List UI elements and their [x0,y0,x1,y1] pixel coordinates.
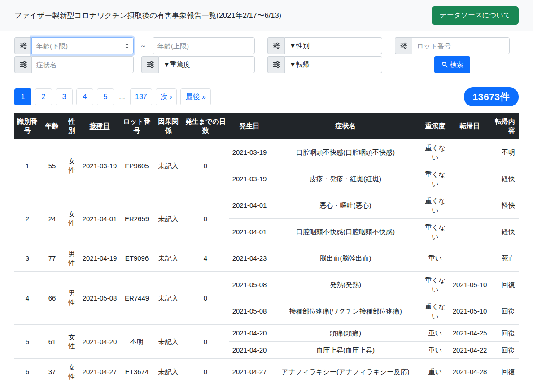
cell-severity: 重い [421,341,450,358]
pagination-page-2[interactable]: 2 [35,88,52,105]
age-min-input[interactable] [36,38,123,54]
cell-lot: ER7449 [119,271,154,324]
top-header-bar: ファイザー製新型コロナワクチン摂取後の有害事象報告一覧(2021年2/17〜6/… [0,0,533,31]
lot-number-group [395,37,510,54]
cell-name: 口腔咽頭不快感(口腔咽頭不快感) [270,218,421,245]
cell-outcome_date [450,245,490,271]
cell-name: 脳出血(脳幹出血) [270,245,421,271]
severity-select[interactable]: ▼重篤度 [158,56,255,73]
cell-lot: EP9605 [119,139,154,192]
symptom-group [14,56,134,73]
pagination-page-1[interactable]: 1 [14,88,31,105]
cell-days_to_onset: 0 [182,358,229,385]
cell-outcome: 回復 [490,324,519,341]
pagination-page-3[interactable]: 3 [56,88,73,105]
age-max-input[interactable] [153,37,255,54]
cell-vaccination_date: 2021-05-08 [80,271,119,324]
cell-gender: 男性 [64,245,80,271]
sliders-icon [395,37,412,54]
cell-onset_date: 2021-04-20 [229,341,270,358]
sliders-icon [141,56,158,73]
pagination-page-4[interactable]: 4 [76,88,93,105]
page-title: ファイザー製新型コロナワクチン摂取後の有害事象報告一覧(2021年2/17〜6/… [14,11,281,21]
sliders-icon [14,37,31,54]
lot-number-input[interactable] [412,37,510,54]
cell-outcome_date: 2021-04-25 [450,324,490,341]
cell-onset_date: 2021-04-20 [229,324,270,341]
sliders-icon [267,37,284,54]
cell-vaccination_date: 2021-04-19 [80,245,119,271]
stepper-up-icon[interactable] [125,43,129,45]
filter-row-2: ▼重篤度 ▼転帰 検索 [14,56,519,74]
cell-days_to_onset: 0 [182,271,229,324]
age-min-input-wrap[interactable] [31,37,134,54]
cell-outcome: 回復 [490,341,519,358]
cell-outcome: 死亡 [490,245,519,271]
cell-age: 77 [40,245,64,271]
column-header: 因果関係 [154,113,182,139]
cell-outcome_date [450,192,490,218]
pagination-bar: 12345...137次 ›最後 » 13673件 [0,80,533,113]
pagination-page-最後 »[interactable]: 最後 » [180,88,210,105]
cell-vaccination_date: 2021-04-20 [80,324,119,358]
cell-age: 61 [40,324,64,358]
reports-table: 識別番号年齢性別接種日ロット番号因果関係発生までの日数発生日症状名重篤度転帰日転… [14,113,519,385]
column-header[interactable]: ロット番号 [119,113,154,139]
sliders-icon [267,56,284,73]
cell-age: 24 [40,192,64,245]
outcome-select-group: ▼転帰 [267,56,382,73]
pagination-page-次 ›[interactable]: 次 › [156,88,177,105]
cell-id: 1 [14,139,40,192]
cell-onset_date: 2021-04-27 [229,358,270,385]
cell-outcome: 回復 [490,271,519,298]
cell-severity: 重くない [421,166,450,192]
cell-causality: 未記入 [154,245,182,271]
report-row: 224女性2021-04-01ER2659未記入02021-04-01悪心・嘔吐… [14,192,519,218]
cell-outcome_date: 2021-05-10 [450,298,490,324]
search-button[interactable]: 検索 [434,56,470,73]
column-header: 転帰内容 [490,113,519,139]
cell-name: 接種部位疼痛(ワクチン接種部位疼痛) [270,298,421,324]
report-row: 377男性2021-04-19ET9096未記入42021-04-23脳出血(脳… [14,245,519,271]
cell-gender: 男性 [64,271,80,324]
cell-onset_date: 2021-05-08 [229,271,270,298]
outcome-select[interactable]: ▼転帰 [284,56,382,73]
datasource-button[interactable]: データソースについて [432,6,519,25]
column-header: 重篤度 [421,113,450,139]
cell-outcome: 軽快 [490,192,519,218]
cell-age: 66 [40,271,64,324]
cell-lot: 不明 [119,324,154,358]
cell-lot: ET9096 [119,245,154,271]
stepper-down-icon[interactable] [125,47,129,49]
cell-gender: 女性 [64,324,80,358]
cell-vaccination_date: 2021-03-19 [80,139,119,192]
cell-gender: 女性 [64,358,80,385]
cell-onset_date: 2021-03-19 [229,139,270,166]
column-header: 転帰日 [450,113,490,139]
pagination-page-137[interactable]: 137 [130,88,152,105]
column-header[interactable]: 接種日 [80,113,119,139]
severity-select-group: ▼重篤度 [141,56,255,73]
cell-outcome_date [450,218,490,245]
gender-select-group: ▼性別 [267,37,382,54]
cell-outcome_date: 2021-04-22 [450,341,490,358]
cell-vaccination_date: 2021-04-01 [80,192,119,245]
cell-age: 55 [40,139,64,192]
cell-days_to_onset: 0 [182,324,229,358]
cell-outcome_date [450,139,490,166]
column-header: 発生日 [229,113,270,139]
number-stepper[interactable] [125,43,129,49]
pagination-page-5[interactable]: 5 [97,88,114,105]
gender-select[interactable]: ▼性別 [284,37,382,54]
report-row: 155女性2021-03-19EP9605未記入02021-03-19口腔咽頭不… [14,139,519,166]
cell-onset_date: 2021-04-01 [229,192,270,218]
cell-onset_date: 2021-04-01 [229,218,270,245]
column-header[interactable]: 性別 [64,113,80,139]
filter-panel: ～ ▼性別 ▼重篤度 ▼転帰 検索 [0,31,533,80]
column-header[interactable]: 識別番号 [14,113,40,139]
cell-severity: 重い [421,358,450,385]
cell-id: 3 [14,245,40,271]
cell-outcome_date [450,166,490,192]
symptom-input[interactable] [31,56,134,73]
total-count-badge: 13673件 [464,87,519,106]
